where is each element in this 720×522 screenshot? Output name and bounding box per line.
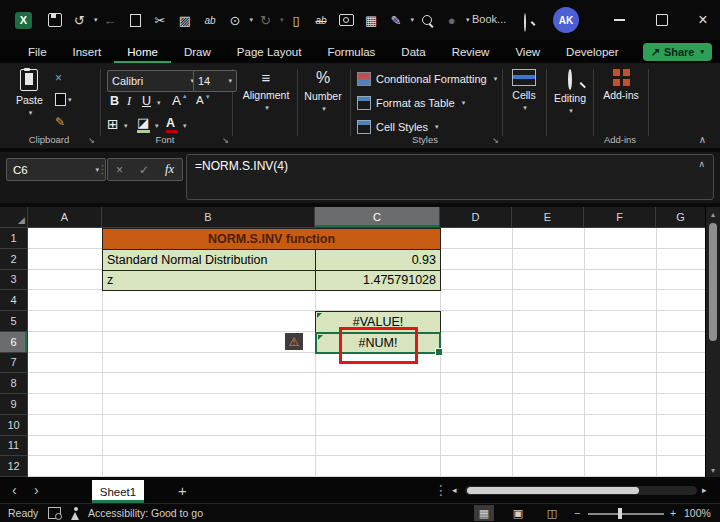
tab-insert[interactable]: Insert xyxy=(60,40,115,63)
camera-icon[interactable] xyxy=(336,9,357,31)
tab-data[interactable]: Data xyxy=(388,40,438,63)
alignment-button[interactable]: ≡ Alignment ▾ xyxy=(238,69,294,112)
lookup-table-icon[interactable]: ▦ xyxy=(361,9,382,31)
cell-styles-button[interactable]: Cell Styles ▾ xyxy=(357,120,438,134)
font-color-caret-icon[interactable]: ▾ xyxy=(183,122,187,130)
horizontal-scroll-thumb[interactable] xyxy=(467,487,639,494)
export-caret-icon[interactable]: ▾ xyxy=(411,16,415,24)
collapse-ribbon-icon[interactable]: ∧ xyxy=(699,134,706,145)
hscroll-right-icon[interactable]: ▸ xyxy=(702,477,707,503)
picture-icon[interactable]: ▨ xyxy=(175,9,196,31)
zoom-slider[interactable] xyxy=(588,513,664,515)
font-name-select[interactable]: Calibri ▾ xyxy=(107,70,199,92)
record-icon[interactable]: ● xyxy=(441,9,462,31)
column-header-g[interactable]: G xyxy=(656,207,706,228)
cell-b2[interactable]: Standard Normal Distribution xyxy=(102,249,316,271)
normal-view-button[interactable]: ▦ xyxy=(474,505,494,521)
tab-developer[interactable]: Developer xyxy=(553,40,631,63)
shrink-font-button[interactable]: A xyxy=(196,94,204,106)
tab-page-layout[interactable]: Page Layout xyxy=(224,40,315,63)
select-all-corner[interactable]: ◢ xyxy=(0,207,28,228)
formula-input[interactable]: =NORM.S.INV(4) ∧ xyxy=(186,154,714,200)
column-header-d[interactable]: D xyxy=(440,207,512,228)
copy-button[interactable]: ▾ xyxy=(55,93,72,106)
row-header-7[interactable]: 7 xyxy=(0,353,28,374)
page-break-view-button[interactable]: ◫ xyxy=(542,505,562,521)
font-dialog-launcher-icon[interactable]: ↘ xyxy=(222,136,229,145)
paste-button[interactable]: Paste ▾ xyxy=(16,69,43,117)
fill-handle[interactable] xyxy=(435,348,443,356)
column-header-a[interactable]: A xyxy=(28,207,102,228)
cell-b3[interactable]: z xyxy=(102,270,316,292)
column-header-b[interactable]: B xyxy=(102,207,315,228)
cells-button[interactable]: Cells ▾ xyxy=(506,69,542,112)
zoom-level[interactable]: 100% xyxy=(684,504,711,522)
share-button[interactable]: ↗ Share ▾ xyxy=(643,43,712,61)
borders-caret-icon[interactable]: ▾ xyxy=(124,122,128,130)
save-icon[interactable] xyxy=(44,9,65,31)
column-header-c[interactable]: C xyxy=(315,207,440,228)
touch-mode-caret-icon[interactable]: ▾ xyxy=(250,16,254,24)
horizontal-scrollbar[interactable] xyxy=(465,486,697,495)
row-header-5[interactable]: 5 xyxy=(0,311,28,332)
font-size-select[interactable]: 14 ▾ xyxy=(193,70,237,92)
add-sheet-button[interactable]: + xyxy=(178,477,187,503)
tab-formulas[interactable]: Formulas xyxy=(314,40,388,63)
copy-icon[interactable] xyxy=(125,9,146,31)
maximize-button[interactable] xyxy=(647,8,677,32)
column-header-f[interactable]: F xyxy=(584,207,656,228)
number-button[interactable]: % Number ▾ xyxy=(300,69,346,113)
undo-icon[interactable]: ↺ xyxy=(69,9,90,31)
row-header-10[interactable]: 10 xyxy=(0,415,28,436)
next-sheet-icon[interactable]: › xyxy=(34,477,39,503)
format-as-table-button[interactable]: Format as Table ▾ xyxy=(357,96,465,110)
tab-file[interactable]: File xyxy=(15,40,60,63)
column-header-e[interactable]: E xyxy=(512,207,584,228)
close-button[interactable]: × xyxy=(688,8,718,32)
grow-font-button[interactable]: A xyxy=(172,93,181,108)
bold-button[interactable]: B xyxy=(110,94,119,108)
protect-find-icon[interactable] xyxy=(416,9,437,31)
excel-logo-icon[interactable]: X xyxy=(15,12,32,29)
cell-c3[interactable]: 1.475791028 xyxy=(315,270,441,292)
format-painter-button[interactable]: ✎ xyxy=(55,115,65,129)
insert-function-button[interactable]: fx xyxy=(165,162,174,177)
underline-button[interactable]: U xyxy=(142,94,151,108)
copy-caret-icon[interactable]: ▾ xyxy=(68,96,72,104)
tab-home[interactable]: Home xyxy=(114,40,171,63)
account-avatar[interactable]: AK xyxy=(553,7,579,33)
row-header-1[interactable]: 1 xyxy=(0,228,28,249)
name-box[interactable]: C6 ▾ xyxy=(6,158,106,181)
row-header-12[interactable]: 12 xyxy=(0,456,28,477)
zoom-out-button[interactable]: − xyxy=(574,504,580,522)
editing-button[interactable]: Editing ▾ xyxy=(549,69,591,115)
export-pen-icon[interactable]: ✎ xyxy=(386,9,407,31)
tab-draw[interactable]: Draw xyxy=(171,40,224,63)
italic-button[interactable]: I xyxy=(127,94,131,109)
fill-color-button[interactable]: ◪ xyxy=(137,115,149,130)
accessibility-status[interactable]: Accessibility: Good to go xyxy=(88,504,203,522)
add-ins-button[interactable]: Add-ins xyxy=(598,69,644,101)
row-header-4[interactable]: 4 xyxy=(0,290,28,311)
cells-area[interactable]: NORM.S.INV function Standard Normal Dist… xyxy=(28,228,706,477)
row-header-8[interactable]: 8 xyxy=(0,373,28,394)
search-icon[interactable] xyxy=(524,14,526,32)
styles-dialog-launcher-icon[interactable]: ↘ xyxy=(492,136,499,145)
row-header-2[interactable]: 2 xyxy=(0,249,28,270)
expand-formula-bar-icon[interactable]: ∧ xyxy=(698,159,705,169)
fill-color-caret-icon[interactable]: ▾ xyxy=(155,122,159,130)
accessibility-icon[interactable] xyxy=(70,504,81,522)
phonetic-icon[interactable]: ab xyxy=(200,9,221,31)
vertical-scroll-thumb[interactable] xyxy=(709,223,717,341)
borders-button[interactable]: ⊞ xyxy=(107,116,119,132)
scroll-down-icon[interactable]: ▾ xyxy=(706,463,720,477)
sheet-tab-sheet1[interactable]: Sheet1 xyxy=(92,480,144,503)
row-header-6[interactable]: 6 xyxy=(0,332,28,353)
vertical-scrollbar[interactable]: ▴ ▾ xyxy=(705,207,720,477)
tab-review[interactable]: Review xyxy=(439,40,503,63)
paste-caret-icon[interactable]: ▾ xyxy=(29,109,33,117)
macro-record-icon[interactable] xyxy=(48,504,61,522)
zoom-slider-thumb[interactable] xyxy=(618,508,622,519)
strikethrough-icon[interactable]: ab xyxy=(311,9,332,31)
prev-sheet-icon[interactable]: ‹ xyxy=(12,477,17,503)
